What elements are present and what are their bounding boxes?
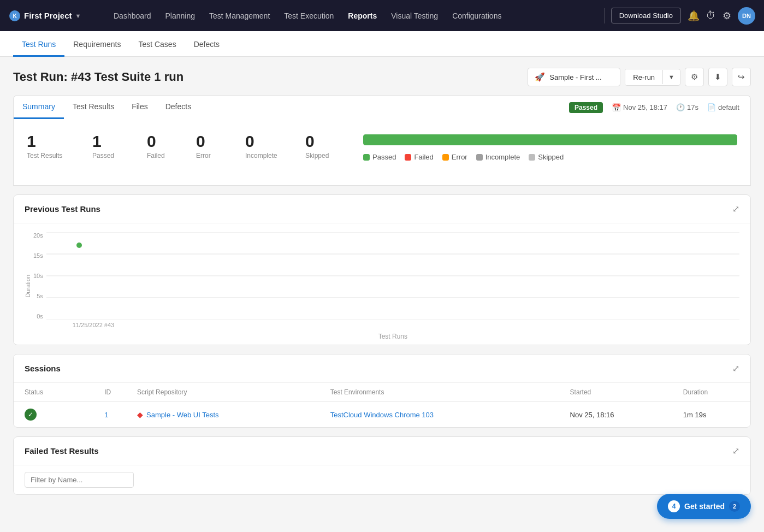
table-row: ✓ 1 ◆ Sample - Web UI Tests TestCloud Wi… bbox=[14, 402, 750, 428]
share-action-icon[interactable]: ↪ bbox=[732, 68, 751, 86]
chart-svg bbox=[46, 232, 739, 320]
sessions-card: Sessions ⤢ Status ID Script Repository T… bbox=[13, 354, 751, 428]
logo-icon: K bbox=[9, 10, 21, 22]
previous-test-runs-card: Previous Test Runs ⤢ Duration 20s 15s 10… bbox=[13, 194, 751, 345]
nav-link-configurations[interactable]: Configurations bbox=[446, 7, 508, 25]
status-badge: Passed bbox=[569, 102, 603, 113]
chart-y-axis-label: Duration bbox=[25, 275, 31, 298]
top-nav: K First Project ▼ Dashboard Planning Tes… bbox=[0, 0, 764, 31]
nav-link-planning[interactable]: Planning bbox=[159, 7, 202, 25]
progress-bar-fill bbox=[363, 134, 737, 145]
col-status: Status bbox=[14, 383, 100, 402]
previous-test-runs-header: Previous Test Runs ⤢ bbox=[14, 195, 750, 223]
date-value: Nov 25, 18:17 bbox=[623, 103, 667, 111]
legend-dot-error bbox=[442, 154, 449, 161]
download-action-icon[interactable]: ⬇ bbox=[708, 68, 727, 86]
col-duration: Duration bbox=[679, 383, 750, 402]
stat-skipped-value: 0 bbox=[305, 132, 354, 151]
get-started-num-badge: 2 bbox=[729, 501, 740, 512]
col-started: Started bbox=[566, 383, 679, 402]
stat-error-label: Error bbox=[196, 152, 245, 159]
settings-icon[interactable]: ⚙ bbox=[722, 10, 731, 22]
get-started-button[interactable]: 4 Get started 2 bbox=[657, 494, 751, 519]
notifications-icon[interactable]: 🔔 bbox=[688, 10, 700, 22]
legend-dot-passed bbox=[363, 154, 370, 161]
tab-test-cases[interactable]: Test Cases bbox=[129, 31, 185, 57]
row-test-env[interactable]: TestCloud Windows Chrome 103 bbox=[326, 402, 566, 428]
rerun-button-group: Re-run ▼ bbox=[625, 69, 680, 86]
nav-link-test-management[interactable]: Test Management bbox=[203, 7, 276, 25]
y-label-5s: 5s bbox=[37, 293, 43, 299]
row-script-repo[interactable]: ◆ Sample - Web UI Tests bbox=[133, 402, 326, 428]
legend-dot-skipped bbox=[529, 154, 535, 161]
row-started: Nov 25, 18:16 bbox=[566, 402, 679, 428]
nav-link-reports[interactable]: Reports bbox=[341, 7, 383, 25]
progress-bar-area: Passed Failed Error Incomplete bbox=[363, 132, 737, 161]
template-icon: 📄 bbox=[707, 103, 716, 111]
template-value: default bbox=[718, 103, 739, 111]
stat-passed-label: Passed bbox=[92, 152, 147, 159]
download-studio-button[interactable]: Download Studio bbox=[611, 8, 681, 23]
y-label-15s: 15s bbox=[33, 252, 43, 259]
stat-error-value: 0 bbox=[196, 132, 245, 151]
progress-bar-track bbox=[363, 134, 737, 145]
repo-name: Sample - Web UI Tests bbox=[146, 411, 218, 419]
col-script-repo: Script Repository bbox=[133, 383, 326, 402]
expand-icon[interactable]: ⤢ bbox=[732, 204, 739, 214]
tab-test-runs[interactable]: Test Runs bbox=[13, 31, 64, 57]
stat-passed: 1 Passed bbox=[92, 132, 147, 159]
filter-row bbox=[25, 472, 739, 488]
main-content: Test Run: #43 Test Suite 1 run 🚀 Sample … bbox=[0, 57, 764, 531]
col-test-env: Test Environments bbox=[326, 383, 566, 402]
sub-tab-files[interactable]: Files bbox=[123, 96, 157, 119]
avatar[interactable]: DN bbox=[738, 7, 755, 25]
stat-incomplete-value: 0 bbox=[245, 132, 305, 151]
sessions-expand-icon[interactable]: ⤢ bbox=[732, 363, 739, 374]
chart-x-axis-label: Test Runs bbox=[46, 333, 739, 340]
nav-link-dashboard[interactable]: Dashboard bbox=[107, 7, 158, 25]
sub-tab-summary[interactable]: Summary bbox=[14, 96, 64, 119]
nav-link-test-execution[interactable]: Test Execution bbox=[277, 7, 340, 25]
filter-input[interactable] bbox=[25, 472, 134, 488]
stat-skipped-label: Skipped bbox=[305, 152, 354, 159]
sub-tabs-left: Summary Test Results Files Defects bbox=[14, 96, 200, 119]
chart-data-point[interactable] bbox=[76, 243, 82, 248]
header-row: Test Run: #43 Test Suite 1 run 🚀 Sample … bbox=[13, 68, 751, 86]
stats-card: 1 Test Results 1 Passed 0 Failed 0 Error… bbox=[13, 119, 751, 186]
nav-chevron-icon[interactable]: ▼ bbox=[75, 13, 81, 19]
stat-error: 0 Error bbox=[196, 132, 245, 159]
header-actions: 🚀 Sample - First ... Re-run ▼ ⚙ ⬇ ↪ bbox=[528, 68, 751, 86]
nav-link-visual-testing[interactable]: Visual Testing bbox=[384, 7, 445, 25]
script-repo-link[interactable]: ◆ Sample - Web UI Tests bbox=[137, 410, 322, 419]
stat-skipped: 0 Skipped bbox=[305, 132, 354, 159]
sessions-title: Sessions bbox=[25, 364, 61, 373]
row-status: ✓ bbox=[14, 402, 100, 428]
settings-action-icon[interactable]: ⚙ bbox=[685, 68, 704, 86]
svg-text:K: K bbox=[13, 13, 17, 19]
nav-logo[interactable]: K First Project ▼ bbox=[9, 10, 96, 22]
col-id: ID bbox=[100, 383, 133, 402]
sub-tab-test-results[interactable]: Test Results bbox=[64, 96, 123, 119]
stat-passed-value: 1 bbox=[92, 132, 147, 151]
sub-tabs-bar: Summary Test Results Files Defects Passe… bbox=[13, 95, 751, 119]
row-id: 1 bbox=[100, 402, 133, 428]
stat-failed: 0 Failed bbox=[147, 132, 196, 159]
sessions-header: Sessions ⤢ bbox=[14, 354, 750, 383]
stat-test-results: 1 Test Results bbox=[27, 132, 92, 159]
nav-project-name: First Project bbox=[24, 11, 72, 20]
sub-tab-defects[interactable]: Defects bbox=[157, 96, 200, 119]
tab-requirements[interactable]: Requirements bbox=[64, 31, 129, 57]
failed-expand-icon[interactable]: ⤢ bbox=[732, 446, 739, 456]
history-icon[interactable]: ⏱ bbox=[706, 10, 716, 21]
test-env-link[interactable]: TestCloud Windows Chrome 103 bbox=[330, 411, 434, 419]
sample-selector[interactable]: 🚀 Sample - First ... bbox=[528, 68, 620, 86]
rerun-dropdown-button[interactable]: ▼ bbox=[662, 70, 680, 84]
tab-defects[interactable]: Defects bbox=[185, 31, 228, 57]
row-duration: 1m 19s bbox=[679, 402, 750, 428]
nav-separator bbox=[604, 8, 605, 23]
failed-test-results-title: Failed Test Results bbox=[25, 446, 99, 456]
x-label-run: 11/25/2022 #43 bbox=[73, 322, 114, 328]
nav-right: Download Studio 🔔 ⏱ ⚙ DN bbox=[604, 7, 755, 25]
legend-failed: Failed bbox=[405, 153, 433, 161]
rerun-button[interactable]: Re-run bbox=[625, 69, 662, 85]
